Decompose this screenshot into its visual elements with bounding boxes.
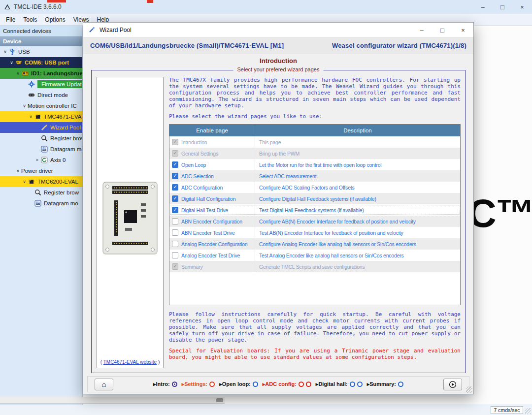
step-label: ▸Settings: — [182, 381, 208, 387]
tree-item-datagram-mo[interactable]: Datagram mo — [0, 144, 82, 155]
wizard-pages-groupbox: Select your prefered wizard pages — [91, 70, 466, 373]
table-row-open-loop[interactable]: Open LoopLet the Motor run for the first… — [169, 159, 460, 170]
dialog-controls: – □ × — [411, 23, 473, 37]
page-checkbox[interactable] — [172, 195, 178, 202]
com-port-icon — [15, 59, 23, 66]
play-button[interactable] — [443, 379, 462, 390]
maximize-button[interactable]: □ — [493, 0, 512, 14]
step-radio[interactable] — [306, 382, 311, 387]
table-row-digital-hall-test-drive[interactable]: Digital Hall Test DriveTest Digital Hall… — [169, 204, 460, 216]
intro-paragraph: The TMC467X family provides high perform… — [169, 77, 461, 109]
tree-item-id1-landungsbruecke[interactable]: ∨ID1: Landungsbruecke — [0, 68, 82, 79]
tree-item-tmc4671-eval[interactable]: ∨TMC4671-EVAL — [0, 111, 82, 122]
page-checkbox[interactable] — [172, 184, 178, 191]
page-label: Digital Hall Test Drive — [181, 207, 228, 213]
page-description: Let the Motor run for the first time wit… — [259, 162, 382, 168]
tree-item-wizard-pool[interactable]: Wizard Pool — [0, 122, 82, 133]
direct-mode-icon — [28, 91, 35, 99]
tree-item-firmware-update[interactable]: Firmware Update — [0, 79, 82, 90]
expand-arrow-icon[interactable]: > — [34, 158, 40, 162]
page-checkbox[interactable] — [172, 252, 178, 258]
table-row-summary[interactable]: SummaryGenerate TMCL Scripts and save co… — [169, 261, 460, 272]
page-checkbox[interactable] — [172, 229, 178, 236]
column-header-description: Description — [255, 125, 460, 136]
collapse-arrow-icon[interactable]: ∨ — [15, 71, 21, 76]
wizard-step-open-loop: ▸Open loop: — [219, 381, 258, 387]
tree-item-tmc6200-eval[interactable]: ∨TMC6200-EVAL — [0, 176, 82, 187]
step-radio[interactable] — [350, 382, 355, 387]
collapse-arrow-icon[interactable]: ∨ — [21, 103, 28, 108]
collapse-arrow-icon[interactable]: ∨ — [21, 179, 28, 184]
step-radio[interactable] — [299, 382, 304, 387]
page-checkbox — [172, 139, 178, 145]
tree-item-register-brow[interactable]: Register brow — [0, 133, 82, 144]
menu-item-tools[interactable]: Tools — [19, 15, 41, 25]
window-resize-grip[interactable] — [525, 408, 531, 414]
minimize-button[interactable]: – — [473, 0, 493, 14]
scrollbar-thumb[interactable] — [216, 398, 223, 402]
window-title: TMCL-IDE 3.6.6.0 — [14, 3, 62, 10]
page-label: Summary — [181, 264, 203, 270]
collapse-arrow-icon[interactable]: ∨ — [8, 60, 15, 65]
dialog-close-button[interactable]: × — [453, 23, 473, 37]
dialog-maximize-button[interactable]: □ — [432, 23, 453, 37]
step-radio[interactable] — [357, 382, 363, 387]
horizontal-scrollbar[interactable] — [0, 397, 225, 404]
enable-page-cell: Introduction — [169, 136, 255, 148]
step-radio[interactable] — [172, 382, 177, 387]
table-row-introduction[interactable]: IntroductionThis page — [169, 136, 460, 148]
step-radio[interactable] — [253, 382, 258, 387]
page-checkbox[interactable] — [172, 173, 178, 179]
step-label: ▸Open loop: — [219, 381, 251, 387]
step-radio[interactable] — [398, 382, 403, 387]
page-checkbox[interactable] — [172, 161, 178, 168]
table-row-abn-encoder-test-drive[interactable]: ABN Encoder Test DriveTest AB(N) Encoder… — [169, 227, 460, 238]
enable-page-cell: Digital Hall Configuration — [169, 193, 255, 204]
tree-item-register-brow[interactable]: Register brow — [0, 187, 82, 198]
dialog-resize-grip[interactable] — [466, 386, 472, 393]
table-row-adc-configuration[interactable]: ADC ConfigurationConfigure ADC Scaling F… — [169, 182, 460, 193]
page-checkbox[interactable] — [172, 207, 178, 213]
tree-item-datagram-mo[interactable]: Datagram mo — [0, 198, 82, 209]
evaluation-boards-note: Special for Evaluation boards: If you ar… — [169, 348, 461, 360]
table-row-analog-encoder-configuration[interactable]: Analog Encoder ConfigurationConfigure An… — [169, 238, 460, 250]
step-label: ▸Intro: — [153, 381, 170, 387]
table-row-digital-hall-configuration[interactable]: Digital Hall ConfigurationConfigure Digi… — [169, 193, 460, 204]
link-text[interactable]: TMC4671-EVAL website — [103, 359, 157, 365]
dialog-minimize-button[interactable]: – — [411, 23, 432, 37]
table-row-adc-selection[interactable]: ADC SelectionSelect ADC measurement — [169, 170, 460, 182]
tree-item-axis-0[interactable]: >Axis 0 — [0, 155, 82, 165]
close-button[interactable]: × — [512, 0, 532, 14]
menu-item-options[interactable]: Options — [41, 15, 69, 25]
table-row-general-settings[interactable]: General SettingsBring up the PWM — [169, 148, 460, 159]
status-bar: 7 cmds/sec — [0, 405, 532, 415]
home-button[interactable]: ⌂ — [95, 379, 113, 390]
tree-item-direct-mode[interactable]: Direct mode — [0, 90, 82, 100]
collapse-arrow-icon[interactable]: ∨ — [28, 114, 34, 119]
board-website-link[interactable]: ( TMC4671-EVAL website ) — [97, 359, 163, 365]
page-label: Analog Encoder Configuration — [181, 241, 248, 247]
collapse-arrow-icon[interactable]: ∨ — [2, 49, 8, 54]
step-radio[interactable] — [209, 382, 215, 387]
play-icon — [449, 381, 457, 388]
menu-item-file[interactable]: File — [2, 15, 19, 25]
page-checkbox[interactable] — [172, 218, 178, 224]
page-checkbox[interactable] — [172, 241, 178, 247]
tree-item-com6-usb-port[interactable]: ∨COM6: USB port — [0, 57, 82, 68]
wizard-pages-table: Enable page Description IntroductionThis… — [169, 124, 461, 305]
app-icon — [4, 3, 11, 10]
tree-item-label: Direct mode — [37, 92, 68, 98]
table-row-abn-encoder-configuration[interactable]: ABN Encoder ConfigurationConfigure AB(N)… — [169, 216, 460, 227]
tmc4671-eval-board-image — [102, 182, 158, 255]
collapse-arrow-icon[interactable]: ∨ — [15, 168, 21, 173]
description-cell: Let the Motor run for the first time wit… — [255, 159, 460, 170]
tree-item-power-driver[interactable]: ∨Power driver — [0, 165, 82, 176]
page-checkbox — [172, 150, 178, 157]
table-row-analog-encoder-test-drive[interactable]: Analog Encoder Test DriveTest Analog Enc… — [169, 250, 460, 261]
description-cell: Test AB(N) Encoder Interface for feedbac… — [255, 227, 460, 238]
dialog-header: COM6/USB/id1/Landungsbruecke (Small)/TMC… — [83, 37, 473, 54]
page-title: Introduction — [83, 57, 473, 64]
tree-item-label: ID1: Landungsbruecke — [31, 70, 82, 76]
tree-item-motion-controller-ic[interactable]: ∨Motion controller IC — [0, 100, 82, 111]
tree-item-usb[interactable]: ∨USB — [0, 46, 82, 57]
